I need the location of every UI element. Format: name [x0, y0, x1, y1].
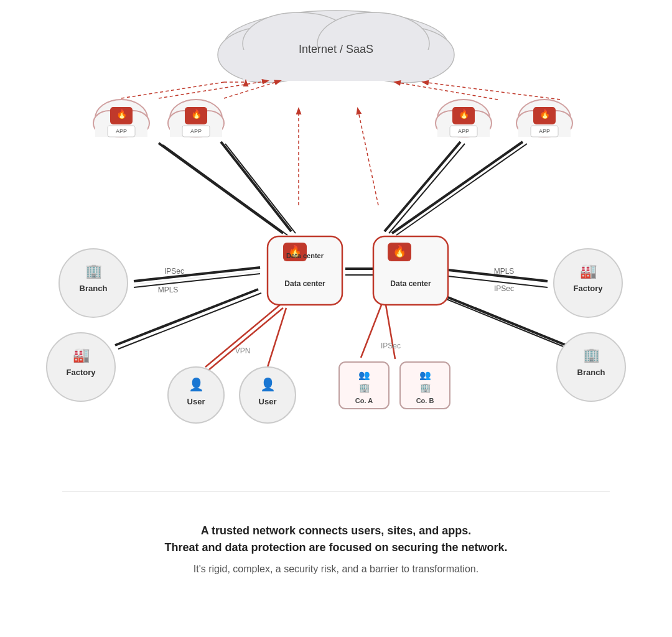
- svg-line-59: [385, 142, 460, 231]
- svg-line-62: [396, 144, 527, 235]
- svg-line-69: [361, 302, 383, 358]
- svg-text:👥: 👥: [419, 370, 431, 381]
- svg-text:Data center: Data center: [390, 279, 431, 288]
- svg-line-61: [392, 142, 523, 233]
- svg-text:🏭: 🏭: [580, 263, 597, 279]
- svg-text:🏢: 🏢: [85, 263, 103, 279]
- factory-right-label: Factory: [574, 284, 604, 293]
- svg-line-57: [221, 142, 291, 231]
- svg-line-67: [428, 289, 566, 345]
- svg-line-53: [208, 308, 283, 370]
- user2-label: User: [259, 397, 277, 406]
- svg-line-70: [386, 305, 395, 359]
- svg-text:👤: 👤: [260, 377, 276, 392]
- ipsec-right-label: IPSec: [494, 284, 514, 293]
- svg-text:🔥: 🔥: [191, 109, 202, 119]
- co-a-label: Co. A: [355, 397, 373, 404]
- internet-label: Internet / SaaS: [299, 43, 373, 55]
- svg-line-58: [225, 144, 296, 233]
- svg-point-87: [168, 367, 224, 423]
- co-b-label: Co. B: [416, 397, 434, 404]
- light-description: It's rigid, complex, a security risk, an…: [87, 564, 585, 575]
- svg-point-89: [240, 367, 296, 423]
- svg-line-44: [358, 109, 378, 205]
- svg-text:🏢: 🏢: [420, 383, 431, 393]
- text-section: A trusted network connects users, sites,…: [87, 510, 585, 575]
- svg-text:🔥: 🔥: [539, 109, 551, 119]
- svg-line-47: [134, 267, 260, 281]
- svg-line-54: [268, 308, 286, 367]
- bold-description: A trusted network connects users, sites,…: [87, 523, 585, 556]
- svg-text:🏭: 🏭: [73, 346, 90, 363]
- svg-text:🔥: 🔥: [459, 109, 470, 119]
- svg-text:🏢: 🏢: [359, 383, 370, 393]
- svg-line-52: [205, 305, 280, 367]
- svg-text:APP: APP: [458, 128, 469, 134]
- mpls-right-label: MPLS: [494, 267, 515, 276]
- ipsec-bottom-label: IPSec: [381, 342, 401, 350]
- svg-text:Data center: Data center: [284, 279, 325, 288]
- user1-label: User: [187, 397, 205, 406]
- mpls-left-label: MPLS: [158, 286, 179, 294]
- vpn-label: VPN: [235, 346, 251, 355]
- svg-line-55: [159, 143, 283, 233]
- diagram-container: Internet / SaaS 🔥 APP 🔥 APP: [0, 0, 672, 510]
- svg-text:🏢: 🏢: [583, 346, 600, 363]
- svg-line-56: [163, 145, 287, 235]
- dc-left-label: Data center: [286, 252, 324, 259]
- svg-point-81: [47, 333, 115, 401]
- svg-text:🔥: 🔥: [116, 109, 128, 119]
- svg-line-60: [389, 144, 465, 233]
- branch-left-label: Branch: [80, 284, 108, 293]
- svg-line-50: [115, 289, 258, 345]
- svg-point-85: [557, 333, 625, 401]
- svg-text:👥: 👥: [358, 370, 370, 381]
- ipsec-left-label: IPSec: [164, 267, 184, 276]
- svg-line-42: [224, 81, 280, 98]
- svg-line-68: [431, 293, 569, 349]
- diagram-svg: Internet / SaaS 🔥 APP 🔥 APP: [0, 0, 672, 510]
- svg-line-46: [423, 82, 560, 100]
- svg-text:👤: 👤: [189, 377, 204, 392]
- branch-right-label: Branch: [577, 368, 605, 377]
- svg-text:APP: APP: [190, 128, 202, 134]
- svg-line-48: [134, 274, 260, 287]
- svg-text:APP: APP: [539, 128, 550, 134]
- svg-text:🔥: 🔥: [393, 244, 407, 258]
- svg-point-79: [59, 249, 128, 317]
- svg-line-51: [118, 293, 261, 349]
- svg-point-83: [554, 249, 622, 317]
- svg-text:APP: APP: [116, 128, 127, 134]
- factory-left-label: Factory: [67, 368, 96, 377]
